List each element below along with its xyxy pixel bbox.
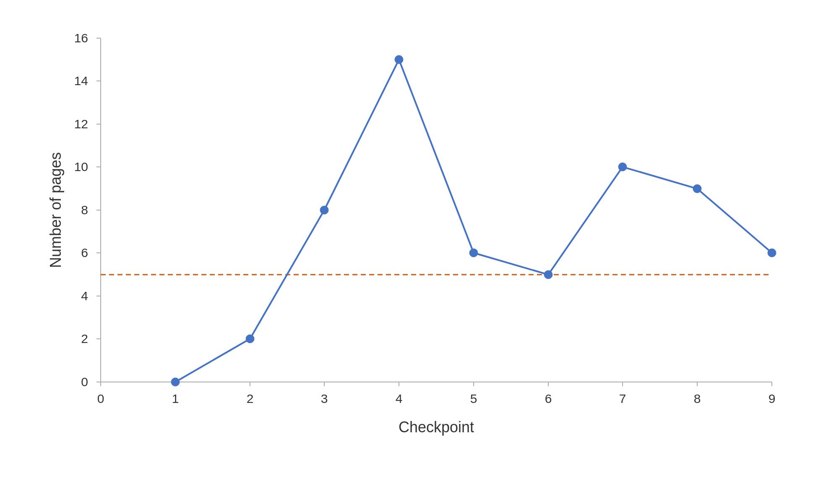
data-point-9 [768, 249, 776, 257]
data-point-4 [395, 55, 403, 64]
y-label-8: 8 [81, 203, 88, 217]
x-label-9: 9 [769, 392, 776, 405]
y-label-2: 2 [81, 332, 88, 346]
x-label-7: 7 [619, 392, 626, 405]
x-label-1: 1 [172, 392, 179, 405]
x-label-3: 3 [321, 392, 328, 405]
x-label-2: 2 [247, 392, 254, 405]
x-label-8: 8 [694, 392, 701, 405]
data-line [175, 60, 772, 382]
data-point-8 [693, 184, 701, 193]
data-point-7 [618, 163, 627, 171]
y-label-4: 4 [81, 289, 88, 303]
y-label-0: 0 [81, 375, 88, 389]
y-label-6: 6 [81, 246, 88, 260]
chart-container: 0 2 4 6 8 10 12 14 16 0 1 [42, 21, 797, 483]
y-label-10: 10 [74, 160, 88, 174]
y-label-14: 14 [74, 74, 88, 88]
data-point-1 [171, 378, 180, 386]
y-axis-label: Number of pages [47, 152, 64, 268]
data-point-3 [320, 206, 328, 214]
y-label-16: 16 [74, 31, 88, 45]
x-label-0: 0 [97, 392, 104, 405]
x-label-5: 5 [470, 392, 477, 405]
data-point-2 [246, 335, 254, 343]
data-point-6 [544, 270, 552, 279]
x-label-4: 4 [396, 392, 403, 405]
data-point-5 [469, 249, 478, 257]
x-axis-label: Checkpoint [399, 418, 474, 436]
y-label-12: 12 [74, 117, 88, 131]
x-label-6: 6 [545, 392, 552, 405]
